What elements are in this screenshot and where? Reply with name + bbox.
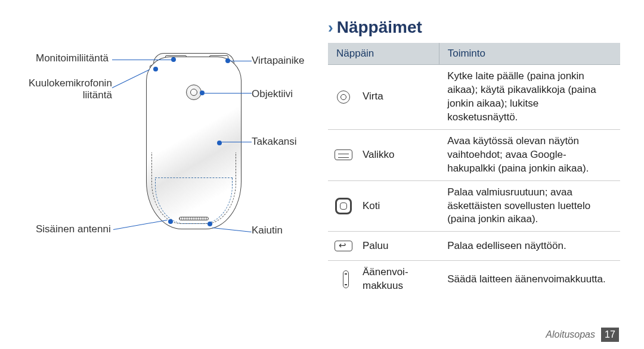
home-key-icon xyxy=(334,197,353,216)
row-back: Paluu Palaa edelliseen näyttöön. xyxy=(328,232,620,261)
speaker-grill xyxy=(179,217,209,220)
footer-section-name: Aloitusopas xyxy=(546,329,595,340)
label-back-cover: Takakansi xyxy=(252,136,297,148)
label-headset-jack: Kuulokemikrofonin liitäntä xyxy=(29,77,112,101)
col-header-key: Näppäin xyxy=(328,43,439,65)
key-name: Äänenvoi- makkuus xyxy=(363,266,416,293)
menu-key-icon xyxy=(334,145,353,164)
key-name: Virta xyxy=(363,90,416,104)
label-speaker: Kaiutin xyxy=(252,225,283,236)
row-volume: Äänenvoi- makkuus Säädä laitteen äänenvo… xyxy=(328,261,620,298)
key-function: Palaa valmiusruutuun; avaa äskettäisten … xyxy=(439,180,620,232)
power-key-icon xyxy=(334,88,353,107)
key-function: Kytke laite päälle (paina jonkin aikaa);… xyxy=(439,65,620,130)
label-multi-port: Monitoimiliitäntä xyxy=(36,52,109,64)
row-menu: Valikko Avaa käytössä olevan näytön vaih… xyxy=(328,129,620,180)
row-home: Koti Palaa valmiusruutuun; avaa äskettäi… xyxy=(328,180,620,232)
section-heading: ›Näppäimet xyxy=(328,18,620,37)
back-key-icon xyxy=(334,236,353,255)
key-name: Valikko xyxy=(363,148,416,162)
phone-outline xyxy=(146,57,242,229)
page-number: 17 xyxy=(601,328,619,342)
col-header-function: Toiminto xyxy=(439,43,620,65)
key-function: Palaa edelliseen näyttöön. xyxy=(439,232,620,261)
label-camera-lens: Objektiivi xyxy=(252,88,293,100)
page-footer: Aloitusopas 17 xyxy=(546,328,619,342)
key-function: Avaa käytössä olevan näytön vaihtoehdot;… xyxy=(439,129,620,180)
key-function: Säädä laitteen äänenvoimakkuutta. xyxy=(439,261,620,298)
volume-key-icon xyxy=(334,270,353,289)
key-name: Paluu xyxy=(363,239,416,253)
label-power-button: Virtapainike xyxy=(252,55,305,67)
label-internal-antenna: Sisäinen antenni xyxy=(36,223,111,235)
keys-table: Näppäin Toiminto Virta Kytke laite pääll… xyxy=(328,43,620,298)
chevron-right-icon: › xyxy=(328,18,333,36)
device-back-diagram: Monitoimiliitäntä Kuulokemikrofonin liit… xyxy=(54,42,304,268)
key-name: Koti xyxy=(363,200,416,213)
row-power: Virta Kytke laite päälle (paina jonkin a… xyxy=(328,65,620,130)
